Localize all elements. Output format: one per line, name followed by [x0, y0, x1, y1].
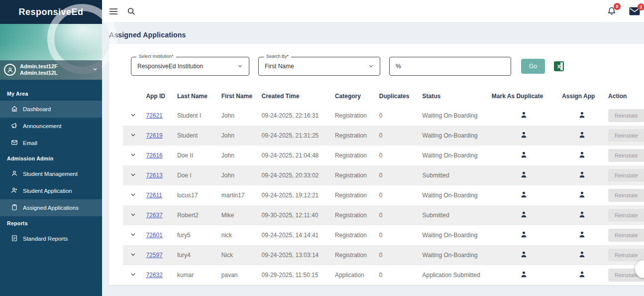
- mark-as-duplicate-person-icon[interactable]: [520, 133, 528, 140]
- table-row: 72619 Student John 09-24-2025, 21:31:25 …: [123, 126, 644, 146]
- reinstate-button[interactable]: Reinstate: [608, 229, 644, 242]
- app-id-link[interactable]: 72611: [146, 192, 162, 199]
- assign-app-person-icon[interactable]: [578, 193, 586, 200]
- duplicates-cell: 0: [376, 225, 420, 245]
- mark-as-duplicate-person-icon[interactable]: [520, 273, 528, 280]
- sidebar-item-assigned-applications[interactable]: Assigned Applications: [0, 199, 102, 216]
- reinstate-button[interactable]: Reinstate: [608, 109, 644, 122]
- first-name-cell: John: [218, 126, 259, 146]
- app-id-link[interactable]: 72613: [146, 172, 162, 179]
- assign-app-person-icon[interactable]: [578, 253, 586, 260]
- category-cell: Registration: [332, 225, 376, 245]
- search-value-field[interactable]: %: [389, 57, 511, 76]
- sidebar-hero-image: Admin.test12F Admin.test12L: [0, 24, 102, 80]
- last-name-cell: fury5: [174, 225, 218, 245]
- announcement-icon: [11, 122, 18, 130]
- row-expand-chevron-down-icon[interactable]: [123, 245, 143, 265]
- row-expand-chevron-down-icon[interactable]: [123, 165, 143, 185]
- table-row: 72613 Doe I John 09-24-2025, 20:33:02 Re…: [123, 165, 644, 185]
- row-expand-chevron-down-icon[interactable]: [123, 146, 143, 165]
- table-row: 72611 lucus17 martin17 09-24-2025, 19:12…: [123, 185, 644, 205]
- excel-export-icon[interactable]: x: [554, 61, 564, 71]
- reinstate-button[interactable]: Reinstate: [608, 249, 644, 262]
- app-id-link[interactable]: 72597: [146, 252, 162, 259]
- mark-as-duplicate-person-icon[interactable]: [520, 213, 528, 220]
- mark-as-duplicate-person-icon[interactable]: [520, 233, 528, 240]
- created-time-cell: 09-24-2025, 19:12:21: [259, 185, 332, 205]
- mark-as-duplicate-cell: [489, 126, 559, 146]
- row-expand-chevron-down-icon[interactable]: [123, 225, 143, 245]
- topbar: 0 2: [102, 0, 644, 23]
- assign-app-cell: [559, 146, 605, 165]
- reinstate-button[interactable]: Reinstate: [608, 209, 644, 222]
- table-row: 72621 Student I John 09-24-2025, 22:16:3…: [123, 106, 644, 126]
- sidebar-item-student-management[interactable]: Student Management: [0, 165, 102, 182]
- column-header-status: Status: [420, 87, 489, 106]
- assign-app-cell: [559, 245, 605, 265]
- applications-table: App ID Last Name First Name Created Time…: [123, 87, 644, 285]
- user-menu[interactable]: Admin.test12F Admin.test12L: [0, 60, 102, 80]
- action-cell: Reinstate: [605, 106, 644, 126]
- row-expand-chevron-down-icon[interactable]: [123, 205, 143, 225]
- mail-badge: 2: [638, 3, 644, 10]
- sidebar-item-dashboard[interactable]: Dashboard: [0, 101, 102, 118]
- assign-app-person-icon[interactable]: [578, 153, 586, 160]
- action-cell: Reinstate: [605, 205, 644, 225]
- column-header-assign-app: Assign App: [559, 87, 605, 106]
- action-cell: Reinstate: [605, 225, 644, 245]
- assign-app-cell: [559, 106, 605, 126]
- category-cell: Registration: [332, 165, 376, 185]
- user-avatar-icon: [4, 64, 16, 76]
- assign-app-person-icon[interactable]: [578, 133, 586, 140]
- mark-as-duplicate-person-icon[interactable]: [520, 193, 528, 200]
- app-id-link[interactable]: 72601: [146, 232, 162, 239]
- sidebar: ResponsiveEd Admin.test12F Admin.test12L…: [0, 0, 102, 296]
- sidebar-item-email[interactable]: Email: [0, 135, 102, 151]
- reinstate-button[interactable]: Reinstate: [608, 169, 644, 182]
- app-id-link[interactable]: 72616: [146, 152, 162, 159]
- row-expand-chevron-down-icon[interactable]: [123, 185, 143, 205]
- row-expand-chevron-down-icon[interactable]: [123, 265, 143, 285]
- assign-app-person-icon[interactable]: [578, 273, 586, 280]
- sidebar-nav: My Area Dashboard Announcement Email Adm…: [0, 80, 102, 247]
- institution-select[interactable]: Select Institution* ResponsiveEd Institu…: [131, 57, 249, 76]
- assign-app-person-icon[interactable]: [578, 173, 586, 180]
- row-expand-chevron-down-icon[interactable]: [123, 126, 143, 146]
- user-chevron-down-icon[interactable]: [92, 65, 98, 74]
- status-cell: Waiting On-Boarding: [420, 146, 489, 165]
- duplicates-cell: 0: [376, 165, 420, 185]
- section-label-admission-admin: Admission Admin: [0, 151, 102, 165]
- app-id-link[interactable]: 72637: [146, 212, 162, 219]
- mark-as-duplicate-person-icon[interactable]: [520, 113, 528, 120]
- mark-as-duplicate-person-icon[interactable]: [520, 253, 528, 260]
- assign-app-person-icon[interactable]: [578, 213, 586, 220]
- mail-icon[interactable]: 2: [629, 7, 640, 15]
- search-icon[interactable]: [127, 7, 135, 15]
- row-expand-chevron-down-icon[interactable]: [123, 106, 143, 126]
- search-by-select[interactable]: Search By* First Name: [258, 57, 380, 76]
- app-id-link[interactable]: 72632: [146, 272, 162, 279]
- hamburger-menu-icon[interactable]: [109, 8, 118, 15]
- status-cell: Waiting On-Boarding: [420, 126, 489, 146]
- reinstate-button[interactable]: Reinstate: [608, 149, 644, 162]
- search-value-input[interactable]: %: [396, 63, 505, 70]
- sidebar-item-announcement[interactable]: Announcement: [0, 118, 102, 135]
- assign-app-cell: [559, 165, 605, 185]
- sidebar-item-student-application[interactable]: Student Application: [0, 182, 102, 199]
- created-time-cell: 09-24-2025, 21:04:48: [259, 146, 332, 165]
- table-header-row: App ID Last Name First Name Created Time…: [123, 87, 644, 106]
- app-id-link[interactable]: 72621: [146, 112, 162, 119]
- app-id-link[interactable]: 72619: [146, 132, 162, 139]
- assign-app-person-icon[interactable]: [578, 233, 586, 240]
- reinstate-button[interactable]: Reinstate: [608, 189, 644, 202]
- category-cell: Application: [332, 265, 376, 285]
- notifications-bell-icon[interactable]: 0: [607, 6, 616, 16]
- assign-app-person-icon[interactable]: [578, 113, 586, 120]
- category-cell: Registration: [332, 245, 376, 265]
- mark-as-duplicate-person-icon[interactable]: [520, 153, 528, 160]
- app-window: ResponsiveEd Admin.test12F Admin.test12L…: [0, 0, 644, 296]
- reinstate-button[interactable]: Reinstate: [608, 129, 644, 142]
- go-button[interactable]: Go: [521, 59, 545, 74]
- mark-as-duplicate-person-icon[interactable]: [520, 173, 528, 180]
- sidebar-item-standard-reports[interactable]: Standard Reports: [0, 230, 102, 247]
